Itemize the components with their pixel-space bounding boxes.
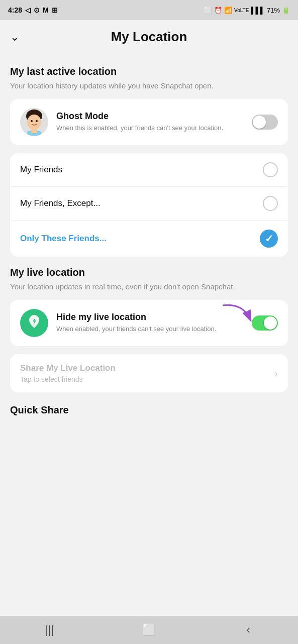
my-friends-radio[interactable] [263,162,278,177]
status-bar: 4:28 ◁ ⊙ M ⊞ ⬜ ⏰ 📶 VoLTE ▌▌▌ 71% 🔋 [0,0,298,20]
status-bar-right: ⬜ ⏰ 📶 VoLTE ▌▌▌ 71% 🔋 [204,7,290,14]
live-location-desc: Your location updates in real time, even… [10,281,288,292]
ghost-mode-card: Ghost Mode When this is enabled, your fr… [10,99,288,145]
location-arrow-icon: ◁ [25,6,31,14]
back-button[interactable]: ⌄ [10,31,19,44]
svg-point-3 [31,120,33,122]
option-my-friends[interactable]: My Friends [10,153,288,187]
whatsapp-icon: ⊙ [34,6,40,14]
nav-recents-button[interactable]: ||| [35,620,65,640]
hide-live-title: Hide my live location [56,312,244,323]
option-my-friends-except[interactable]: My Friends, Except... [10,187,288,221]
hide-live-location-card: Hide my live location When enabled, your… [10,300,288,346]
time-display: 4:28 [8,6,22,14]
live-location-icon-circle [20,309,48,337]
main-content: My last active location Your location hi… [0,54,298,426]
hide-live-toggle[interactable] [252,315,278,331]
volte-icon: VoLTE [234,8,249,13]
check-icon: ✓ [265,233,273,245]
last-active-desc: Your location history updates while you … [10,80,288,91]
option-only-these-friends[interactable]: Only These Friends... ✓ [10,221,288,257]
ghost-mode-title: Ghost Mode [56,111,244,122]
wifi-icon: 📶 [224,7,232,14]
chevron-down-icon: ⌄ [10,31,19,43]
friends-options-card: My Friends My Friends, Except... Only Th… [10,153,288,257]
only-these-friends-check[interactable]: ✓ [260,230,278,248]
battery-icon: 🔋 [282,7,290,14]
live-location-section: My live location Your location updates i… [10,267,288,292]
ghost-mode-desc: When this is enabled, your friends can't… [56,124,244,133]
svg-point-4 [36,120,38,122]
status-bar-left: 4:28 ◁ ⊙ M ⊞ [8,6,58,14]
ghost-mode-text-block: Ghost Mode When this is enabled, your fr… [56,111,244,133]
nav-home-button[interactable]: ⬜ [134,620,164,640]
page-title: My Location [111,29,187,45]
nav-back-button[interactable]: ‹ [233,620,263,640]
location-lightning-svg [27,314,42,329]
hide-live-row: Hide my live location When enabled, your… [20,309,278,337]
location-pin-lightning-icon [27,314,42,333]
quick-share-title: Quick Share [10,400,288,418]
only-these-friends-label: Only These Friends... [20,234,107,244]
my-friends-except-label: My Friends, Except... [20,198,101,208]
alarm-icon: ⏰ [214,7,222,14]
quick-share-section: Quick Share [10,400,288,418]
bitmoji-avatar-icon [20,108,48,136]
battery-percent: 71% [267,7,280,14]
live-location-title: My live location [10,267,288,278]
back-icon: ‹ [246,623,250,636]
my-friends-except-radio[interactable] [263,196,278,211]
recents-icon: ||| [45,623,54,636]
hide-live-text-block: Hide my live location When enabled, your… [56,312,244,334]
home-icon: ⬜ [142,623,156,636]
share-live-subtitle: Tap to select friends [20,375,116,383]
header: ⌄ My Location [0,20,298,54]
chevron-right-icon: › [274,368,278,379]
share-live-location-card[interactable]: Share My Live Location Tap to select fri… [10,354,288,392]
signal-icon: ▌▌▌ [251,7,265,14]
share-card-text: Share My Live Location Tap to select fri… [20,363,116,383]
toggle-knob [253,116,266,129]
last-active-section: My last active location Your location hi… [10,66,288,91]
svg-rect-6 [31,128,37,133]
gmail-icon: M [43,6,49,14]
hide-live-toggle-knob [264,316,277,330]
last-active-title: My last active location [10,66,288,77]
ghost-mode-row: Ghost Mode When this is enabled, your fr… [10,99,288,145]
avatar [20,108,48,136]
svg-point-2 [27,115,41,130]
ghost-mode-toggle[interactable] [252,115,278,130]
hide-live-desc: When enabled, your friends can't see you… [56,325,244,334]
my-friends-label: My Friends [20,165,62,175]
bottom-nav: ||| ⬜ ‹ [0,616,298,644]
gallery-icon: ⊞ [52,6,58,14]
share-live-title: Share My Live Location [20,363,116,373]
sim-icon: ⬜ [204,7,212,14]
